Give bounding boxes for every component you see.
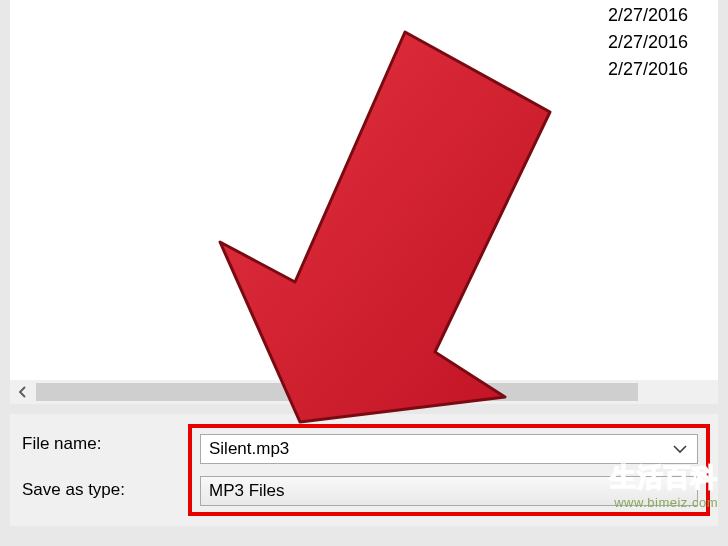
date-cell: 2/27/2016	[608, 29, 718, 56]
save-as-type-label: Save as type:	[22, 480, 125, 500]
save-dialog-form: Silent.mp3 MP3 Files	[10, 414, 718, 526]
file-name-input[interactable]: Silent.mp3	[200, 434, 698, 464]
file-name-value: Silent.mp3	[209, 439, 289, 459]
scrollbar-track[interactable]	[36, 383, 638, 401]
date-cell: 2/27/2016	[608, 56, 718, 83]
horizontal-scrollbar[interactable]	[10, 380, 718, 404]
date-cell: 2/27/2016	[608, 2, 718, 29]
file-list-pane[interactable]: 2/27/2016 2/27/2016 2/27/2016	[10, 0, 718, 380]
save-as-type-value: MP3 Files	[209, 481, 285, 501]
date-modified-column: 2/27/2016 2/27/2016 2/27/2016	[608, 0, 718, 83]
scroll-left-arrow-icon[interactable]	[10, 380, 36, 404]
file-name-label: File name:	[22, 434, 101, 454]
save-as-type-select[interactable]: MP3 Files	[200, 476, 698, 506]
highlight-box: Silent.mp3 MP3 Files	[188, 424, 710, 516]
chevron-down-icon[interactable]	[673, 444, 687, 454]
